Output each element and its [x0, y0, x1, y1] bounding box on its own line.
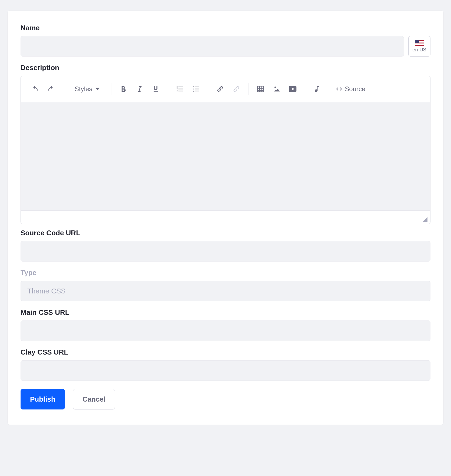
name-input[interactable]	[21, 36, 404, 57]
toolbar-separator	[248, 83, 248, 95]
link-button[interactable]	[212, 81, 228, 97]
toolbar-separator	[168, 83, 168, 95]
table-icon	[256, 85, 265, 93]
unordered-list-button[interactable]	[188, 81, 204, 97]
toolbar-separator	[305, 83, 305, 95]
source-button[interactable]: Source	[333, 85, 368, 93]
main-css-url-label: Main CSS URL	[21, 308, 430, 317]
redo-icon	[47, 85, 55, 93]
resize-handle-icon[interactable]	[423, 217, 427, 222]
styles-dropdown-label: Styles	[75, 85, 92, 93]
publish-button[interactable]: Publish	[21, 389, 65, 409]
italic-icon	[135, 85, 144, 93]
bold-button[interactable]	[115, 81, 131, 97]
clay-css-url-label: Clay CSS URL	[21, 348, 430, 356]
caret-down-icon	[95, 88, 100, 90]
type-input	[21, 281, 430, 301]
rich-text-editor: Styles	[21, 76, 430, 224]
video-button[interactable]	[285, 81, 301, 97]
ordered-list-icon	[176, 85, 184, 93]
unlink-icon	[232, 85, 240, 93]
form-actions: Publish Cancel	[21, 389, 430, 409]
underline-button[interactable]	[148, 81, 164, 97]
toolbar-separator	[63, 83, 63, 95]
locale-code: en-US	[412, 47, 426, 53]
video-icon	[288, 85, 297, 93]
name-label: Name	[21, 24, 430, 32]
source-code-url-label: Source Code URL	[21, 229, 430, 237]
toolbar-separator	[208, 83, 208, 95]
editor-content-area[interactable]	[21, 102, 430, 211]
redo-button[interactable]	[43, 81, 59, 97]
toolbar-separator	[111, 83, 111, 95]
editor-footer	[21, 211, 430, 224]
bold-icon	[119, 85, 127, 93]
unlink-button[interactable]	[228, 81, 244, 97]
undo-button[interactable]	[27, 81, 43, 97]
image-icon	[272, 85, 281, 93]
cancel-button[interactable]: Cancel	[73, 389, 115, 409]
audio-button[interactable]	[309, 81, 325, 97]
unordered-list-icon	[192, 85, 200, 93]
styles-dropdown[interactable]: Styles	[67, 85, 107, 93]
italic-button[interactable]	[131, 81, 148, 97]
type-label: Type	[21, 269, 430, 277]
image-button[interactable]	[268, 81, 285, 97]
underline-icon	[152, 85, 160, 93]
music-note-icon	[313, 85, 321, 93]
toolbar-separator	[329, 83, 329, 95]
editor-toolbar: Styles	[21, 76, 430, 102]
code-icon	[336, 85, 343, 92]
clay-css-url-input[interactable]	[21, 360, 430, 381]
ordered-list-button[interactable]	[172, 81, 188, 97]
table-button[interactable]	[252, 81, 268, 97]
link-icon	[216, 85, 224, 93]
source-code-url-input[interactable]	[21, 241, 430, 262]
description-label: Description	[21, 64, 430, 72]
locale-selector[interactable]: en-US	[408, 36, 430, 57]
flag-us-icon	[415, 40, 424, 46]
undo-icon	[31, 85, 39, 93]
source-button-label: Source	[345, 85, 365, 93]
main-css-url-input[interactable]	[21, 320, 430, 341]
form-card: Name en-US Description	[8, 11, 443, 425]
